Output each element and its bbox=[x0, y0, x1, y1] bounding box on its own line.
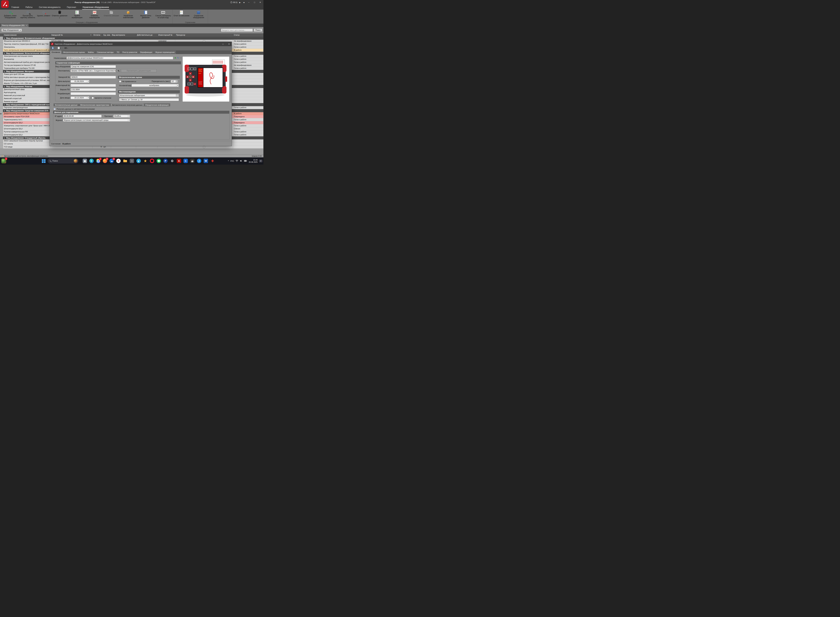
close-button[interactable]: ✕ bbox=[258, 0, 263, 4]
equipment-directory-button[interactable]: Справочник оборудования bbox=[190, 10, 207, 18]
opera-browser-icon[interactable] bbox=[150, 159, 154, 163]
menu-item-equipment[interactable]: Управление оборудованием bbox=[82, 6, 109, 10]
serial-field[interactable]: 589620 bbox=[71, 76, 116, 78]
play-button[interactable]: ▶ bbox=[238, 1, 242, 3]
calculator-icon[interactable]: ∷ bbox=[130, 159, 134, 163]
blue-app-icon[interactable]: С bbox=[183, 159, 188, 163]
stop-button[interactable]: ■ bbox=[242, 1, 245, 3]
coffee-app-icon[interactable]: ☕ bbox=[190, 159, 195, 163]
filter-icon[interactable]: ▼ bbox=[90, 33, 92, 37]
auto-data-checkbox[interactable] bbox=[53, 108, 56, 110]
settings-gear-icon[interactable]: ⚙ bbox=[170, 159, 175, 163]
collapse-chevron-icon[interactable]: ∨ bbox=[4, 52, 5, 54]
journal-dropdown[interactable]: Журнал регистрации состояния окружающей … bbox=[63, 119, 130, 122]
dialog-tab-repairs[interactable]: Реестр ремонтов bbox=[121, 50, 139, 54]
writeoff-barcode-button[interactable]: Списать материалы по штрих-коду bbox=[154, 10, 172, 18]
widgets-icon[interactable]: 2 bbox=[1, 158, 6, 164]
yandex-browser-icon[interactable]: Y bbox=[116, 159, 121, 163]
collapse-chevron-icon[interactable]: ∨ bbox=[4, 37, 5, 39]
column-header-4[interactable]: Ед. изм. bbox=[103, 33, 111, 37]
column-header-3[interactable]: Остаток bbox=[93, 33, 103, 37]
modification-field[interactable] bbox=[71, 92, 116, 95]
view-card-button[interactable]: ⚙Просмотреть карточку элемента bbox=[19, 10, 37, 18]
red-plus-app-icon[interactable]: ✚ bbox=[210, 159, 215, 163]
manage-kits-button[interactable]: Управление комплектами bbox=[120, 10, 137, 18]
dialog-subtab-auto-data[interactable]: Автоматическое получение данных bbox=[111, 103, 144, 106]
location-browse-icon[interactable]: ⋯ bbox=[176, 94, 179, 96]
notification-count-badge[interactable]: 2 bbox=[259, 159, 262, 162]
volume-icon[interactable] bbox=[240, 160, 243, 162]
search-button[interactable]: Поиск bbox=[254, 28, 262, 32]
collapse-chevron-icon[interactable]: ∨ bbox=[4, 71, 5, 72]
spinner-arrows-icon[interactable]: ▲▼ bbox=[175, 80, 177, 83]
column-header-1[interactable]: Наименование bbox=[3, 33, 50, 37]
mark-damage-button[interactable]: Отметить повреждение bbox=[86, 10, 104, 18]
print-report-button[interactable]: ▾ bbox=[57, 46, 62, 50]
view-documentation-button[interactable]: Просмотреть документацию bbox=[121, 69, 157, 72]
add-equipment-button[interactable]: ⚙✚Добавить новое оборудование bbox=[1, 10, 19, 18]
star-app-icon[interactable]: ★ bbox=[143, 159, 148, 163]
language-indicator[interactable]: РУС bbox=[230, 160, 234, 162]
period-spinner[interactable]: 12▲▼ bbox=[171, 80, 177, 83]
dialog-titlebar[interactable]: Карточка оборудования - Дефектоскопы вих… bbox=[50, 42, 232, 46]
location-field[interactable]: Испытательная лаборатория bbox=[119, 94, 179, 97]
barcode-button[interactable]: ▾ bbox=[64, 46, 69, 50]
menu-item-staff[interactable]: Персонал bbox=[67, 6, 77, 10]
address-field[interactable]: г. Минск, ул. Сенная, д. 18 bbox=[119, 98, 179, 101]
protocol-dropdown[interactable]: ModBus bbox=[113, 115, 130, 118]
maximize-button[interactable]: □ bbox=[252, 0, 257, 4]
monitor-app-icon[interactable]: ▣ bbox=[83, 159, 87, 163]
dialog-close-button[interactable]: ✕ bbox=[227, 42, 231, 46]
whatsapp-icon[interactable]: ☎ bbox=[157, 159, 161, 163]
save-button[interactable] bbox=[51, 46, 55, 50]
tray-expand-icon[interactable]: ^ bbox=[228, 160, 229, 162]
dialog-tab-files[interactable]: Файлы bbox=[87, 50, 96, 54]
etalon-checkbox[interactable] bbox=[92, 97, 94, 99]
etalon-checkbox-row[interactable]: является эталоном bbox=[92, 96, 111, 99]
doc-tab-close-icon[interactable]: × bbox=[26, 24, 27, 27]
mark-movement-button[interactable]: Отметить движение ▾ bbox=[51, 10, 68, 19]
folder-icon[interactable] bbox=[123, 159, 127, 163]
precursor-checkbox[interactable] bbox=[203, 146, 205, 148]
chrome-browser-icon[interactable]: 1 bbox=[96, 159, 101, 163]
dialog-subtab-legal[interactable]: Юридическая информация bbox=[144, 103, 170, 106]
battery-icon[interactable] bbox=[244, 160, 247, 162]
edit-pencil-icon[interactable]: ✎ bbox=[177, 57, 179, 59]
column-header-8[interactable]: Прекурсор bbox=[175, 33, 233, 37]
search-input[interactable] bbox=[221, 28, 253, 32]
writeoff-report-button[interactable]: Отчет по списаниям bbox=[173, 10, 190, 17]
wifi-icon[interactable] bbox=[235, 160, 238, 162]
not-applicable-checkbox[interactable] bbox=[119, 80, 121, 83]
release-date-picker[interactable]: 01.08.2024 bbox=[71, 80, 89, 83]
software-version-field[interactable]: 2.01.0004 bbox=[71, 88, 116, 91]
blue-circle-app-icon[interactable]: J bbox=[197, 159, 201, 163]
menu-item-home[interactable]: Главная bbox=[11, 6, 19, 10]
menu-item-works[interactable]: Работы bbox=[25, 6, 33, 10]
main-kind-dropdown[interactable]: калибровка bbox=[132, 84, 179, 87]
manufacturer-field[interactable]: фирма «ETher NDE Ltd.», Соединенное Коро… bbox=[71, 69, 116, 72]
word-icon[interactable]: W bbox=[204, 159, 208, 163]
name-field[interactable]: Дефектоскопы вихретоковые WeldCheck+ bbox=[67, 57, 173, 59]
collapse-chevron-icon[interactable]: ∨ bbox=[4, 86, 5, 87]
acrobat-icon[interactable]: A bbox=[177, 159, 181, 163]
manufacturer-search-button[interactable] bbox=[117, 69, 120, 72]
table-group-row[interactable]: ∨Вид оборудования: Вспомогательное обору… bbox=[0, 37, 263, 40]
dialog-tab-metrology[interactable]: Метрологическая оценка bbox=[62, 50, 86, 54]
cloud-app-icon[interactable]: ☁12 bbox=[109, 159, 114, 163]
dialog-maximize-button[interactable]: □ bbox=[220, 42, 225, 46]
equipment-type-field[interactable]: Средство измерения (СИ) bbox=[71, 65, 116, 68]
pass-verification-button[interactable]: Пройти верификацию bbox=[68, 10, 86, 18]
start-button[interactable] bbox=[42, 159, 46, 163]
more-options-icon[interactable]: ⋯ bbox=[179, 57, 182, 59]
taskbar-clock[interactable]: 15:44 20.08.2025 bbox=[248, 159, 257, 163]
firefox-browser-icon[interactable]: 27 bbox=[103, 159, 107, 163]
collapse-chevron-icon[interactable]: ∨ bbox=[4, 110, 5, 112]
commission-date-picker[interactable]: 23.12.2024 bbox=[71, 96, 89, 99]
taskbar-search[interactable]: Поиск bbox=[48, 158, 78, 164]
auto-data-checkbox-row[interactable]: Получать данные в автоматическом режиме bbox=[53, 108, 95, 110]
dialog-subtab-metr-chars[interactable]: Метрологические характеристики bbox=[79, 103, 111, 106]
minimize-button[interactable]: – bbox=[246, 0, 251, 4]
not-applicable-checkbox-row[interactable]: Не применяется bbox=[119, 80, 136, 83]
menu-item-qms[interactable]: Система менеджмента bbox=[38, 6, 61, 10]
equipment-type-filter-button[interactable]: Вид оборудования ▴ bbox=[1, 28, 22, 32]
